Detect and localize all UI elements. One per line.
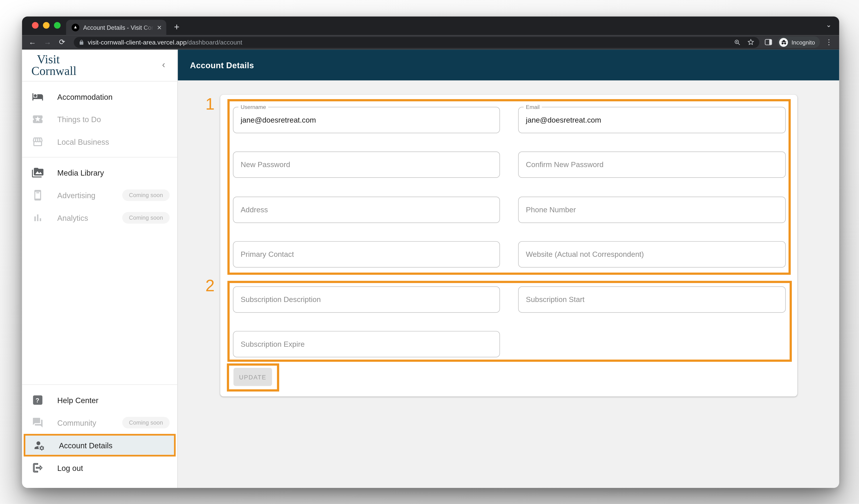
- sidebar: Visit Cornwall ‹ Accommodation Things to…: [22, 50, 178, 488]
- primary-contact-field[interactable]: Primary Contact: [233, 241, 500, 268]
- forum-icon: [31, 416, 43, 429]
- back-button[interactable]: ←: [29, 39, 36, 46]
- tab-search-chevron-icon[interactable]: ⌄: [826, 21, 831, 29]
- browser-menu-icon[interactable]: ⋮: [826, 38, 833, 46]
- bar-chart-icon: [31, 212, 43, 224]
- annotation-number-1: 1: [205, 96, 214, 112]
- bookmark-star-icon[interactable]: [748, 39, 755, 46]
- bed-icon: [31, 91, 43, 103]
- new-password-field[interactable]: New Password: [233, 151, 500, 178]
- sidebar-item-local-business[interactable]: Local Business: [22, 131, 177, 153]
- reload-button[interactable]: ⟳: [59, 39, 65, 46]
- page-header: Account Details: [178, 50, 839, 80]
- incognito-badge: Incognito: [778, 36, 820, 48]
- subscription-expire-field[interactable]: Subscription Expire: [233, 331, 500, 357]
- side-panel-icon[interactable]: [765, 39, 772, 45]
- main-content: Account Details 1 2 Username jane@doesre…: [178, 50, 839, 488]
- coming-soon-badge: Coming soon: [122, 417, 169, 428]
- sidebar-item-account-details[interactable]: Account Details: [24, 434, 176, 457]
- help-icon: ?: [31, 394, 43, 406]
- tab-strip: ▲ Account Details - Visit Cornwa ✕ + ⌄: [22, 17, 839, 35]
- incognito-icon: [779, 38, 788, 47]
- address-field[interactable]: Address: [233, 197, 500, 223]
- address-bar[interactable]: visit-cornwall-client-area.vercel.app/da…: [74, 37, 760, 48]
- page-title: Account Details: [190, 60, 254, 70]
- url-path: /dashboard/account: [186, 39, 242, 46]
- url-host: visit-cornwall-client-area.vercel.app: [88, 39, 186, 46]
- sidebar-divider: [22, 157, 177, 157]
- confirm-new-password-field[interactable]: Confirm New Password: [518, 151, 786, 178]
- website-field[interactable]: Website (Actual not Correspondent): [518, 241, 786, 268]
- new-tab-button[interactable]: +: [174, 21, 179, 34]
- browser-window: ▲ Account Details - Visit Cornwa ✕ + ⌄ ←…: [22, 17, 839, 488]
- sidebar-item-community[interactable]: Community Coming soon: [22, 411, 177, 434]
- sidebar-item-analytics[interactable]: Analytics Coming soon: [22, 207, 177, 229]
- sidebar-item-log-out[interactable]: Log out: [22, 457, 177, 479]
- ticket-star-icon: [31, 113, 43, 125]
- url-text: visit-cornwall-client-area.vercel.app/da…: [88, 39, 242, 46]
- storefront-icon: [31, 136, 43, 148]
- fullscreen-window-button[interactable]: [54, 22, 61, 29]
- coming-soon-badge: Coming soon: [122, 189, 169, 201]
- tab-title: Account Details - Visit Cornwa: [83, 24, 154, 31]
- logo-area: Visit Cornwall ‹: [22, 50, 177, 82]
- window-controls: [32, 22, 61, 29]
- close-window-button[interactable]: [32, 22, 39, 29]
- desktop-background: ▲ Account Details - Visit Cornwa ✕ + ⌄ ←…: [0, 0, 859, 504]
- incognito-label: Incognito: [792, 39, 815, 46]
- account-form-card: Username jane@doesretreat.com Email jane…: [220, 95, 798, 396]
- sidebar-divider: [22, 384, 177, 385]
- sidebar-item-things-to-do[interactable]: Things to Do: [22, 108, 177, 131]
- logout-icon: [31, 462, 43, 474]
- phone-number-field[interactable]: Phone Number: [518, 197, 786, 223]
- subscription-description-field[interactable]: Subscription Description: [233, 286, 500, 313]
- vercel-favicon-icon: ▲: [72, 24, 79, 31]
- sidebar-collapse-chevron-icon[interactable]: ‹: [162, 60, 165, 71]
- subscription-start-field[interactable]: Subscription Start: [518, 286, 786, 313]
- tab-close-icon[interactable]: ✕: [157, 25, 162, 31]
- sidebar-item-advertising[interactable]: Advertising Coming soon: [22, 184, 177, 207]
- minimize-window-button[interactable]: [43, 22, 50, 29]
- username-field[interactable]: Username jane@doesretreat.com: [233, 107, 500, 133]
- zoom-icon[interactable]: [734, 39, 741, 46]
- sidebar-item-accommodation[interactable]: Accommodation: [22, 86, 177, 108]
- media-folder-icon: [31, 167, 43, 179]
- browser-toolbar: ← → ⟳ visit-cornwall-client-area.vercel.…: [22, 35, 839, 50]
- forward-button[interactable]: →: [44, 39, 51, 46]
- sidebar-item-help-center[interactable]: ? Help Center: [22, 389, 177, 411]
- email-field[interactable]: Email jane@doesretreat.com: [518, 107, 786, 133]
- smartphone-icon: [31, 189, 43, 201]
- coming-soon-badge: Coming soon: [122, 212, 169, 223]
- visit-cornwall-logo: Visit Cornwall: [31, 54, 76, 77]
- sidebar-item-media-library[interactable]: Media Library: [22, 161, 177, 184]
- annotation-number-2: 2: [205, 278, 214, 294]
- manage-account-icon: [33, 439, 45, 451]
- update-button[interactable]: UPDATE: [233, 368, 272, 386]
- browser-tab[interactable]: ▲ Account Details - Visit Cornwa ✕: [66, 20, 166, 35]
- lock-icon: [79, 39, 85, 46]
